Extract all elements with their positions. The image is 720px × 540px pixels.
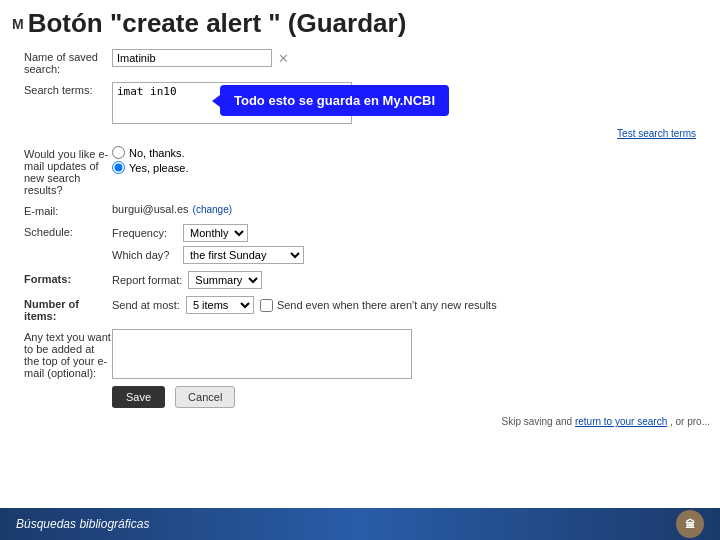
- send-at-most-label: Send at most:: [112, 299, 180, 311]
- saved-search-row: Name of saved search: ✕: [24, 49, 696, 75]
- report-format-select[interactable]: Summary Abstract Full: [188, 271, 262, 289]
- email-label: E-mail:: [24, 203, 112, 217]
- email-row: E-mail: burgui@usal.es (change): [24, 203, 696, 217]
- send-even-text: Send even when there aren't any new resu…: [277, 299, 497, 311]
- page-title: Botón "create alert " (Guardar): [28, 8, 407, 39]
- return-to-search-link[interactable]: return to your search: [575, 416, 667, 427]
- radio-no[interactable]: [112, 146, 125, 159]
- frequency-select[interactable]: Monthly Daily Weekly: [183, 224, 248, 242]
- which-day-select[interactable]: the first Sunday the second Sunday the t…: [183, 246, 304, 264]
- email-control: burgui@usal.es (change): [112, 203, 232, 215]
- number-items-label: Number of items:: [24, 296, 112, 322]
- footer: Búsquedas bibliográficas 🏛: [0, 508, 720, 540]
- send-even-checkbox[interactable]: [260, 299, 273, 312]
- frequency-label: Frequency:: [112, 227, 177, 239]
- radio-no-label[interactable]: No, thanks.: [112, 146, 696, 159]
- radio-no-text: No, thanks.: [129, 147, 185, 159]
- tooltip-text: Todo esto se guarda en My.NCBI: [234, 93, 435, 108]
- optional-text-label: Any text you want to be added at the top…: [24, 329, 112, 379]
- email-change-link[interactable]: (change): [193, 204, 232, 215]
- email-updates-control: No, thanks. Yes, please.: [112, 146, 696, 174]
- saved-search-control: ✕: [112, 49, 696, 67]
- footer-text: Búsquedas bibliográficas: [16, 517, 149, 531]
- header-prefix: M: [12, 16, 24, 32]
- tooltip-bubble: Todo esto se guarda en My.NCBI: [220, 85, 449, 116]
- saved-search-label: Name of saved search:: [24, 49, 112, 75]
- radio-yes-label[interactable]: Yes, please.: [112, 161, 696, 174]
- radio-yes[interactable]: [112, 161, 125, 174]
- send-even-label[interactable]: Send even when there aren't any new resu…: [260, 299, 497, 312]
- button-row: Save Cancel: [24, 386, 696, 408]
- email-updates-label: Would you like e-mail updates of new sea…: [24, 146, 112, 196]
- email-updates-row: Would you like e-mail updates of new sea…: [24, 146, 696, 196]
- schedule-label: Schedule:: [24, 224, 112, 238]
- cancel-button[interactable]: Cancel: [175, 386, 235, 408]
- which-day-label: Which day?: [112, 249, 177, 261]
- schedule-row: Schedule: Frequency: Monthly Daily Weekl…: [24, 224, 696, 264]
- skip-line: Skip saving and return to your search , …: [0, 416, 710, 427]
- test-search-link[interactable]: Test search terms: [112, 128, 696, 139]
- schedule-control: Frequency: Monthly Daily Weekly Which da…: [112, 224, 304, 264]
- clear-search-name-button[interactable]: ✕: [276, 51, 291, 66]
- which-day-item: Which day? the first Sunday the second S…: [112, 246, 304, 264]
- formats-row: Formats: Report format: Summary Abstract…: [24, 271, 696, 289]
- radio-yes-text: Yes, please.: [129, 162, 189, 174]
- skip-suffix: , or pro...: [670, 416, 710, 427]
- search-terms-label: Search terms:: [24, 82, 112, 96]
- formats-label: Formats:: [24, 271, 112, 285]
- frequency-item: Frequency: Monthly Daily Weekly: [112, 224, 304, 242]
- optional-text-row: Any text you want to be added at the top…: [24, 329, 696, 379]
- save-button[interactable]: Save: [112, 386, 165, 408]
- header: M Botón "create alert " (Guardar): [0, 0, 720, 43]
- email-value: burgui@usal.es: [112, 203, 189, 215]
- send-items-select[interactable]: 5 items 1 item 3 items 10 items 20 items: [186, 296, 254, 314]
- number-items-row: Number of items: Send at most: 5 items 1…: [24, 296, 696, 322]
- saved-search-input[interactable]: [112, 49, 272, 67]
- footer-logo: 🏛: [676, 510, 704, 538]
- skip-text: Skip saving and: [502, 416, 573, 427]
- number-items-control: Send at most: 5 items 1 item 3 items 10 …: [112, 296, 497, 314]
- formats-control: Report format: Summary Abstract Full: [112, 271, 262, 289]
- report-format-label: Report format:: [112, 274, 182, 286]
- optional-text-textarea[interactable]: [112, 329, 412, 379]
